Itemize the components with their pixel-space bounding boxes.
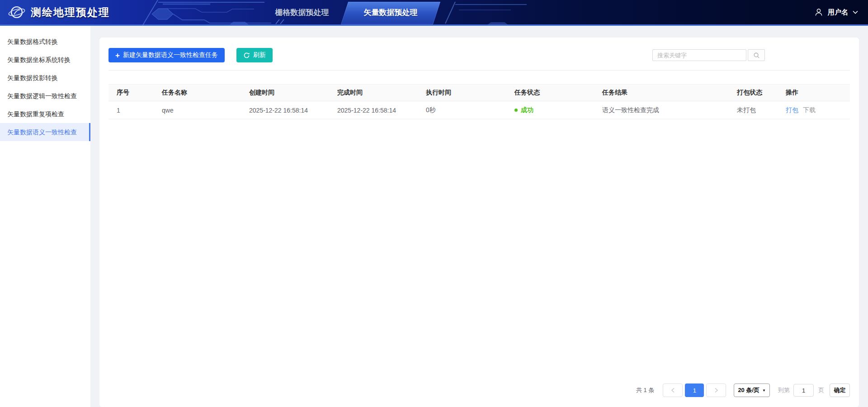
refresh-button[interactable]: 刷新 bbox=[236, 48, 273, 62]
goto-suffix-label: 页 bbox=[818, 386, 824, 394]
search-button[interactable] bbox=[748, 49, 765, 61]
tasks-table-wrap: 序号 任务名称 创建时间 完成时间 执行时间 任务状态 任务结果 打包状态 操作 bbox=[108, 84, 850, 119]
cell-task-name: qwe bbox=[154, 101, 241, 119]
column-status: 任务状态 bbox=[506, 85, 594, 101]
toolbar: + 新建矢量数据语义一致性检查任务 刷新 bbox=[108, 38, 850, 71]
page-size-select[interactable]: 20 条/页 ▼ bbox=[734, 383, 770, 397]
page-button-1[interactable]: 1 bbox=[685, 383, 704, 397]
table-row: 1 qwe 2025-12-22 16:58:14 2025-12-22 16:… bbox=[108, 101, 850, 119]
sidebar-item-format-conversion[interactable]: 矢量数据格式转换 bbox=[0, 33, 90, 51]
main-area: + 新建矢量数据语义一致性检查任务 刷新 bbox=[90, 26, 868, 407]
column-task-name: 任务名称 bbox=[154, 85, 241, 101]
cell-duration: 0秒 bbox=[418, 101, 506, 119]
empty-space bbox=[108, 119, 850, 383]
column-created-time: 创建时间 bbox=[241, 85, 329, 101]
app-header: 测绘地理预处理 栅格数据预处理 矢量数据预处理 用户名 bbox=[0, 0, 868, 26]
top-tabs: 栅格数据预处理 矢量数据预处理 bbox=[258, 0, 435, 24]
column-actions: 操作 bbox=[778, 85, 850, 101]
brand: 测绘地理预处理 bbox=[0, 4, 110, 21]
cell-status: 成功 bbox=[506, 101, 594, 119]
caret-down-icon: ▼ bbox=[762, 388, 766, 393]
tasks-table: 序号 任务名称 创建时间 完成时间 执行时间 任务状态 任务结果 打包状态 操作 bbox=[108, 84, 850, 119]
status-dot-icon bbox=[514, 109, 518, 112]
pagination: 共 1 条 1 20 条/页 ▼ 到第 页 bbox=[108, 383, 850, 407]
column-pack-status: 打包状态 bbox=[729, 85, 778, 101]
download-link[interactable]: 下载 bbox=[803, 106, 816, 114]
user-menu[interactable]: 用户名 bbox=[814, 0, 858, 24]
column-result: 任务结果 bbox=[594, 85, 729, 101]
table-header-row: 序号 任务名称 创建时间 完成时间 执行时间 任务状态 任务结果 打包状态 操作 bbox=[108, 85, 850, 101]
goto-page-input[interactable] bbox=[793, 384, 814, 397]
confirm-button[interactable]: 确定 bbox=[830, 383, 850, 397]
app-title: 测绘地理预处理 bbox=[31, 5, 110, 19]
tab-raster-preprocessing[interactable]: 栅格数据预处理 bbox=[258, 0, 346, 24]
total-count: 共 1 条 bbox=[636, 386, 654, 394]
cell-finished-time: 2025-12-22 16:58:14 bbox=[329, 101, 418, 119]
pack-link[interactable]: 打包 bbox=[786, 106, 798, 114]
sidebar-item-coordinate-system-conversion[interactable]: 矢量数据坐标系统转换 bbox=[0, 51, 90, 69]
chevron-down-icon bbox=[853, 10, 858, 14]
chevron-left-icon bbox=[671, 388, 675, 393]
search-group bbox=[652, 49, 765, 61]
chevron-right-icon bbox=[714, 388, 718, 393]
sidebar-item-projection-conversion[interactable]: 矢量数据投影转换 bbox=[0, 69, 90, 87]
tab-vector-preprocessing[interactable]: 矢量数据预处理 bbox=[346, 0, 435, 24]
column-finished-time: 完成时间 bbox=[329, 85, 418, 101]
column-index: 序号 bbox=[108, 85, 154, 101]
search-input[interactable] bbox=[652, 49, 746, 61]
sidebar: 矢量数据格式转换 矢量数据坐标系统转换 矢量数据投影转换 矢量数据逻辑一致性检查… bbox=[0, 26, 90, 407]
goto-label: 到第 bbox=[778, 386, 790, 394]
content-card: + 新建矢量数据语义一致性检查任务 刷新 bbox=[99, 38, 859, 407]
cell-result: 语义一致性检查完成 bbox=[594, 101, 729, 119]
column-duration: 执行时间 bbox=[418, 85, 506, 101]
logo-orbit-globe-icon bbox=[8, 4, 25, 21]
prev-page-button[interactable] bbox=[663, 383, 683, 397]
plus-icon: + bbox=[115, 52, 120, 59]
new-task-button[interactable]: + 新建矢量数据语义一致性检查任务 bbox=[108, 48, 225, 62]
search-icon bbox=[753, 52, 760, 59]
sidebar-item-semantic-consistency-check[interactable]: 矢量数据语义一致性检查 bbox=[0, 123, 90, 141]
cell-index: 1 bbox=[108, 101, 154, 119]
person-icon bbox=[814, 8, 823, 17]
next-page-button[interactable] bbox=[706, 383, 726, 397]
cell-actions: 打包下载 bbox=[778, 101, 850, 119]
cell-created-time: 2025-12-22 16:58:14 bbox=[241, 101, 329, 119]
sidebar-item-logical-consistency-check[interactable]: 矢量数据逻辑一致性检查 bbox=[0, 87, 90, 105]
sidebar-item-duplicate-check[interactable]: 矢量数据重复项检查 bbox=[0, 105, 90, 123]
username: 用户名 bbox=[828, 8, 848, 17]
refresh-icon bbox=[243, 52, 250, 59]
cell-pack-status: 未打包 bbox=[729, 101, 778, 119]
